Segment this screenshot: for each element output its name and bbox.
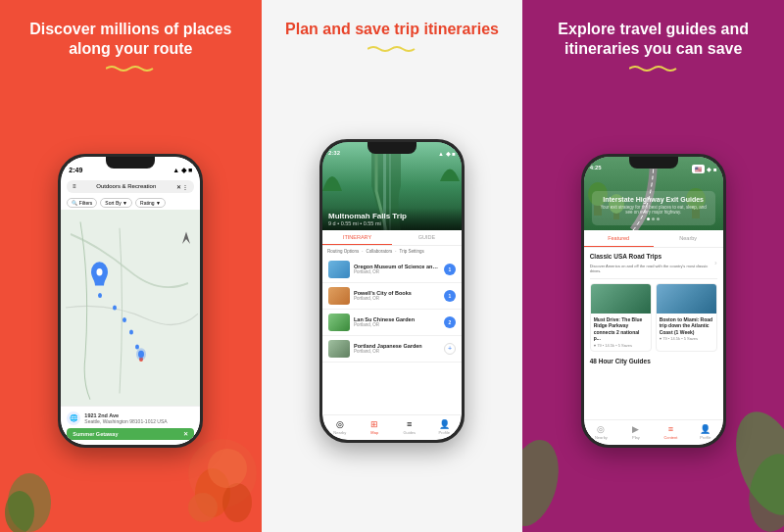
trip-nav-profile[interactable]: 👤 Profile bbox=[427, 419, 463, 435]
guides-dots bbox=[598, 218, 710, 220]
g-nearby-icon: ◎ bbox=[597, 424, 605, 434]
nearby-icon: ◎ bbox=[336, 419, 344, 429]
guides-time: 4:25 bbox=[590, 165, 602, 173]
g-play-icon: ▶ bbox=[632, 424, 639, 434]
trip-tabs: ITINERARY GUIDE bbox=[322, 230, 462, 246]
trip-bottom-nav: ◎ Nearby ⊞ Map ≡ Guides 👤 bbox=[322, 414, 462, 440]
trip-item: Powell's City of Books Portland, OR 1 bbox=[322, 283, 462, 310]
trip-item-2-num: 1 bbox=[444, 290, 456, 302]
card-1-meta: ♥ 79 • 14.5k • 5 Saves bbox=[594, 343, 648, 348]
trip-item-2-loc: Portland, OR bbox=[354, 296, 440, 301]
trip-nav-nearby[interactable]: ◎ Nearby bbox=[322, 419, 358, 435]
trip-item-3-info: Lan Su Chinese Garden Portland, OR bbox=[354, 316, 440, 327]
filter-chip-3[interactable]: Rating ▼ bbox=[135, 198, 166, 208]
wavy-line-1 bbox=[106, 65, 155, 73]
g-play-label: Play bbox=[632, 435, 640, 440]
phone-notch-3 bbox=[629, 157, 678, 169]
card-2-image bbox=[657, 284, 716, 314]
g-profile-label: Profile bbox=[700, 435, 710, 440]
status-time: 2:49 bbox=[69, 167, 82, 173]
tab-nearby[interactable]: Nearby bbox=[654, 230, 723, 247]
phone-container-3: 4:25 🇺🇸 ◆ ■ Interstate Highway Exit Guid… bbox=[538, 82, 768, 518]
trip-item: Portland Japanese Garden Portland, OR + bbox=[322, 336, 462, 363]
card-2-info: Boston to Miami: Road trip down the Atla… bbox=[657, 314, 716, 345]
map-filters: 🔍 Filters Sort By ▼ Rating ▼ bbox=[61, 196, 200, 210]
trip-hero-overlay: Multnomah Falls Trip 9 d • 0.55 mi • 0.5… bbox=[322, 208, 462, 230]
guides-nav-play[interactable]: ▶ Play bbox=[618, 424, 654, 440]
featured-info: Classic USA Road Trips Discover America … bbox=[590, 253, 710, 273]
guides-screen: 4:25 🇺🇸 ◆ ■ Interstate Highway Exit Guid… bbox=[584, 157, 723, 445]
panel-3-title: Explore travel guides and itineraries yo… bbox=[538, 20, 768, 59]
trip-items-list: Oregon Museum of Science and Industry Po… bbox=[322, 257, 462, 414]
guides-nav-profile[interactable]: 👤 Profile bbox=[688, 424, 723, 440]
guides-hero-card-title: Interstate Highway Exit Guides bbox=[598, 196, 710, 203]
wavy-line-3 bbox=[629, 65, 678, 73]
phone-2: 2:32 ▲ ◆ ■ Multnomah Falls Trip 9 d • 0.… bbox=[319, 139, 465, 443]
status-icons: ▲ ◆ ■ bbox=[172, 167, 192, 174]
card-2-meta: ♥ 79 • 14.5k • 5 Saves bbox=[660, 336, 713, 341]
map-search-inner: ≡ Outdoors & Recreation ✕ ⋮ bbox=[67, 180, 194, 193]
phone-notch-2 bbox=[368, 142, 416, 154]
card-1-info: Must Drive: The Blue Ridge Parkway conne… bbox=[591, 314, 651, 351]
tab-guide[interactable]: GUIDE bbox=[392, 230, 462, 245]
tab-featured[interactable]: Featured bbox=[584, 230, 654, 247]
close-trip-icon: ✕ bbox=[183, 431, 188, 437]
trip-item-4-info: Portland Japanese Garden Portland, OR bbox=[354, 343, 440, 354]
map-body bbox=[61, 210, 200, 406]
subtab-settings[interactable]: Trip Settings bbox=[400, 249, 424, 254]
trip-nav-map[interactable]: ⊞ Map bbox=[358, 419, 393, 435]
48hr-guides-title: 48 Hour City Guides bbox=[590, 358, 717, 364]
guides-label: Guides bbox=[403, 430, 416, 435]
subtab-collab[interactable]: Collaborators bbox=[367, 249, 393, 254]
trip-hero-title: Multnomah Falls Trip bbox=[328, 212, 456, 220]
filter-chip-1[interactable]: 🔍 Filters bbox=[67, 198, 97, 208]
map-screen: 2:49 ▲ ◆ ■ ≡ Outdoors & Recreation ✕ ⋮ 🔍… bbox=[61, 157, 200, 445]
svg-point-12 bbox=[135, 344, 139, 349]
wavy-line-2 bbox=[368, 45, 416, 53]
tab-itinerary[interactable]: ITINERARY bbox=[322, 230, 392, 245]
guides-icon: ≡ bbox=[407, 419, 412, 429]
us-flag-icon: 🇺🇸 bbox=[692, 165, 705, 173]
guides-card-1[interactable]: Must Drive: The Blue Ridge Parkway conne… bbox=[590, 283, 652, 352]
close-icon: ✕ ⋮ bbox=[176, 183, 189, 190]
trip-nav-guides[interactable]: ≡ Guides bbox=[392, 419, 427, 435]
nearby-label: Nearby bbox=[333, 430, 346, 435]
g-nearby-label: Nearby bbox=[595, 435, 608, 440]
green-trip-bar[interactable]: Summer Getaway ✕ bbox=[67, 428, 194, 440]
filter-chip-2[interactable]: Sort By ▼ bbox=[100, 198, 132, 208]
trip-item-3-num: 2 bbox=[444, 316, 456, 328]
g-content-icon: ≡ bbox=[668, 424, 673, 434]
phone-notch-1 bbox=[106, 157, 155, 169]
phone-container-1: 2:49 ▲ ◆ ■ ≡ Outdoors & Recreation ✕ ⋮ 🔍… bbox=[16, 82, 246, 518]
card-2-title: Boston to Miami: Road trip down the Atla… bbox=[660, 316, 713, 336]
subtab-routing[interactable]: Routing Options bbox=[327, 249, 359, 254]
trip-thumb-2 bbox=[328, 287, 350, 305]
address-info: 1921 2nd Ave Seattle, Washington 98101-1… bbox=[84, 412, 167, 424]
globe-icon: 🌐 bbox=[67, 411, 80, 425]
svg-point-16 bbox=[138, 350, 144, 358]
svg-point-9 bbox=[113, 305, 117, 310]
guides-nav-nearby[interactable]: ◎ Nearby bbox=[584, 424, 619, 440]
svg-point-10 bbox=[122, 317, 126, 322]
svg-point-14 bbox=[97, 268, 103, 276]
panel-2-title: Plan and save trip itineraries bbox=[285, 20, 499, 39]
trip-item-1-info: Oregon Museum of Science and Industry Po… bbox=[354, 264, 440, 274]
guides-hero-card: Interstate Highway Exit Guides Your exit… bbox=[592, 191, 715, 225]
classic-road-trips-card[interactable]: Classic USA Road Trips Discover America … bbox=[590, 253, 717, 279]
trip-subtabs: Routing Options · Collaborators · Trip S… bbox=[322, 246, 462, 257]
map-icon: ⊞ bbox=[370, 419, 378, 429]
trip-label: Summer Getaway bbox=[73, 431, 118, 437]
map-search-bar[interactable]: ≡ Outdoors & Recreation ✕ ⋮ bbox=[61, 177, 200, 196]
trip-item-1-loc: Portland, OR bbox=[354, 269, 440, 274]
guides-card-2[interactable]: Boston to Miami: Road trip down the Atla… bbox=[656, 283, 717, 352]
guides-content: Classic USA Road Trips Discover America … bbox=[584, 248, 723, 419]
trip-add-icon[interactable]: + bbox=[444, 343, 456, 355]
trip-screen: 2:32 ▲ ◆ ■ Multnomah Falls Trip 9 d • 0.… bbox=[322, 142, 462, 440]
guides-nav-content[interactable]: ≡ Content bbox=[654, 424, 689, 440]
dot-1 bbox=[647, 218, 650, 220]
subtab-separator-2: · bbox=[395, 249, 396, 254]
phone-3: 4:25 🇺🇸 ◆ ■ Interstate Highway Exit Guid… bbox=[581, 154, 726, 448]
trip-item-3-loc: Portland, OR bbox=[354, 322, 440, 327]
classic-road-trips-title: Classic USA Road Trips bbox=[590, 253, 710, 260]
trip-item-1-num: 1 bbox=[444, 264, 456, 275]
